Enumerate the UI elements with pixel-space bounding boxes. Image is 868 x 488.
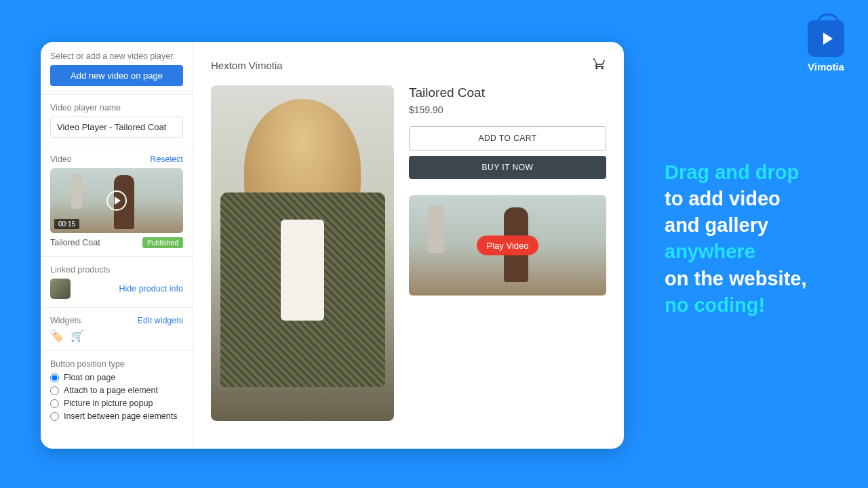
embedded-video-player[interactable]: Play Video	[409, 195, 606, 296]
brand-name: Vimotia	[808, 61, 844, 73]
position-type-label: Button position type	[50, 359, 183, 369]
promo-line: no coding!	[665, 294, 765, 316]
video-thumbnail[interactable]: 00:15	[50, 168, 183, 233]
shopping-bag-play-icon	[808, 20, 844, 57]
video-title: Tailored Coat	[50, 238, 100, 247]
product-main-image	[211, 85, 394, 421]
player-name-input[interactable]	[50, 117, 183, 138]
radio-attach-element[interactable]: Attach to a page element	[50, 386, 183, 395]
cart-widget-icon[interactable]: 🛒	[71, 330, 84, 342]
radio-pip-popup[interactable]: Picture in picture popup	[50, 399, 183, 408]
play-icon	[106, 190, 127, 211]
player-name-label: Video player name	[50, 103, 183, 113]
hide-product-info-link[interactable]: Hide product info	[119, 284, 183, 293]
position-radio-group: Float on page Attach to a page element P…	[50, 373, 183, 421]
edit-widgets-link[interactable]: Edit widgets	[138, 316, 183, 325]
buy-now-button[interactable]: BUY IT NOW	[409, 156, 606, 179]
store-brand: Hextom Vimotia	[211, 60, 283, 71]
play-video-button[interactable]: Play Video	[477, 236, 539, 256]
radio-float-on-page[interactable]: Float on page	[50, 373, 183, 382]
promo-line: to add video	[665, 188, 781, 209]
promo-line: on the website,	[665, 268, 806, 289]
add-video-button[interactable]: Add new video on page	[50, 65, 183, 86]
add-to-cart-button[interactable]: ADD TO CART	[409, 126, 606, 150]
video-section-label: Video	[50, 155, 72, 164]
reselect-link[interactable]: Reselect	[150, 155, 183, 164]
brand-logo: Vimotia	[808, 20, 844, 73]
cart-icon[interactable]	[593, 57, 606, 73]
marketing-copy: Drag and drop to add video and gallery a…	[665, 159, 848, 319]
linked-products-label: Linked products	[50, 265, 183, 274]
tag-icon[interactable]: 🏷️	[50, 330, 64, 342]
product-price: $159.90	[409, 104, 606, 115]
widgets-label: Widgets	[50, 316, 81, 325]
radio-insert-between[interactable]: Insert between page elements	[50, 411, 183, 421]
linked-product-thumb[interactable]	[50, 279, 71, 299]
promo-line: and gallery	[665, 214, 768, 236]
editor-sidebar: Select or add a new video player Add new…	[41, 42, 193, 449]
promo-line: Drag and drop	[665, 161, 799, 183]
storefront-preview: Hextom Vimotia Tailored Coat $159.90 ADD…	[193, 42, 624, 449]
app-window: Select or add a new video player Add new…	[41, 42, 624, 449]
video-duration: 00:15	[54, 219, 79, 229]
select-player-label: Select or add a new video player	[50, 52, 183, 61]
product-title: Tailored Coat	[409, 85, 606, 100]
promo-line: anywhere	[665, 241, 755, 262]
published-badge: Published	[142, 237, 183, 248]
